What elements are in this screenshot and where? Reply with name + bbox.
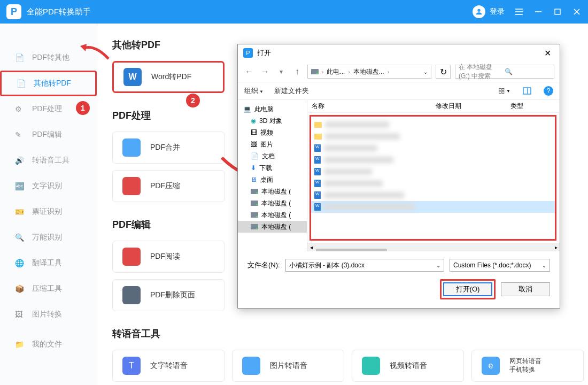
file-row[interactable]: [311, 119, 555, 130]
drive-icon: [251, 201, 258, 206]
tree-this-pc[interactable]: 💻此电脑: [238, 103, 307, 115]
tree-drive-3[interactable]: 本地磁盘 (: [238, 209, 307, 221]
login-label: 登录: [490, 7, 505, 17]
file-row[interactable]: [311, 130, 555, 142]
horizontal-scrollbar[interactable]: ◂▸: [307, 243, 560, 251]
card-pdf-compress[interactable]: PDF压缩: [112, 170, 225, 202]
3d-icon: ◉: [251, 117, 256, 125]
dialog-close-button[interactable]: ✕: [541, 48, 554, 58]
folder-icon: [314, 134, 322, 140]
refresh-button[interactable]: ↻: [436, 65, 451, 79]
filename-input[interactable]: 小橘灯示例 - 副本 (3).docx⌄: [285, 259, 444, 272]
nav-forward-button[interactable]: →: [259, 67, 271, 76]
annotation-badge-1: 1: [76, 101, 90, 115]
minimize-icon[interactable]: [533, 7, 543, 17]
text-icon: 🔤: [15, 182, 26, 190]
sidebar-item-other-to-pdf[interactable]: 📄其他转PDF: [0, 71, 97, 96]
word-doc-icon: [314, 168, 321, 175]
card-image-tts[interactable]: 图片转语音: [232, 350, 344, 382]
tree-drive-1[interactable]: 本地磁盘 (: [238, 186, 307, 197]
view-mode-button[interactable]: ▼: [499, 85, 510, 97]
picture-icon: 🖼: [251, 141, 257, 148]
sidebar-item-tts[interactable]: 🔊转语音工具: [0, 148, 97, 173]
tree-drive-2[interactable]: 本地磁盘 (: [238, 197, 307, 209]
tree-pictures[interactable]: 🖼图片: [238, 138, 307, 150]
filetype-filter[interactable]: Custom Files (*.doc;*.docx)⌄: [450, 259, 550, 272]
audio-icon: 🔊: [15, 156, 26, 165]
col-date[interactable]: 修改日期: [436, 102, 510, 111]
organize-button[interactable]: 组织▼: [244, 86, 264, 96]
svg-rect-13: [499, 91, 501, 94]
sidebar-item-compress[interactable]: 📦压缩工具: [0, 276, 97, 302]
nav-up-button[interactable]: ↑: [291, 67, 303, 76]
open-button-highlight: 打开(O): [440, 279, 496, 299]
scan-icon: 🔍: [15, 233, 26, 242]
help-button[interactable]: ?: [544, 86, 553, 96]
new-folder-button[interactable]: 新建文件夹: [274, 86, 309, 96]
file-list-body: [310, 115, 556, 241]
tree-videos[interactable]: 🎞视频: [238, 127, 307, 138]
file-row[interactable]: [311, 166, 555, 178]
pdf-icon: 📄: [15, 53, 26, 62]
sidebar: 📄PDF转其他 📄其他转PDF ⚙PDF处理 ✎PDF编辑 🔊转语音工具 🔤文字…: [0, 24, 97, 385]
sidebar-item-ocr[interactable]: 🔤文字识别: [0, 173, 97, 199]
path-breadcrumb[interactable]: › 此电... › 本地磁盘... › ⌄: [307, 65, 431, 79]
sidebar-item-image[interactable]: 🖼图片转换: [0, 302, 97, 327]
col-type[interactable]: 类型: [510, 102, 560, 111]
word-doc-icon: [314, 156, 321, 164]
file-row[interactable]: [311, 154, 555, 166]
card-text-tts[interactable]: T 文字转语音: [112, 350, 225, 382]
tree-documents[interactable]: 📄文档: [238, 150, 307, 162]
card-web-tts[interactable]: e 网页转语音 手机转换: [471, 350, 584, 382]
sidebar-item-ticket[interactable]: 🎫票证识别: [0, 199, 97, 225]
tree-desktop[interactable]: 🖥桌面: [238, 174, 307, 186]
open-button[interactable]: 打开(O): [443, 282, 492, 296]
preview-pane-button[interactable]: [521, 85, 533, 97]
desktop-icon: 🖥: [251, 176, 257, 183]
nav-back-button[interactable]: ←: [243, 67, 255, 76]
svg-point-0: [477, 9, 480, 12]
card-pdf-read[interactable]: PDF阅读: [112, 241, 225, 273]
card-pdf-merge[interactable]: PDF合并: [112, 132, 225, 164]
nav-recent-button[interactable]: ▾: [275, 68, 287, 75]
card-video-tts[interactable]: 视频转语音: [352, 350, 464, 382]
close-icon[interactable]: [572, 7, 582, 17]
web-tts-icon: e: [482, 357, 500, 375]
login-button[interactable]: 登录: [473, 5, 505, 18]
sidebar-item-myfiles[interactable]: 📁我的文件: [0, 332, 97, 357]
dialog-titlebar: P 打开 ✕: [238, 44, 560, 61]
svg-rect-12: [502, 88, 504, 90]
file-row-selected[interactable]: [311, 201, 555, 213]
section-title-4: 转语音工具: [112, 327, 588, 340]
sidebar-item-translate[interactable]: 🌐翻译工具: [0, 250, 97, 276]
card-word-to-pdf[interactable]: W Word转PDF: [112, 61, 225, 93]
path-dropdown-icon[interactable]: ⌄: [423, 69, 428, 75]
col-name[interactable]: 名称: [307, 102, 436, 111]
svg-rect-5: [555, 9, 560, 14]
pdf-icon: 📄: [17, 79, 27, 88]
card-pdf-delete-page[interactable]: PDF删除页面: [112, 279, 225, 311]
sidebar-item-universal[interactable]: 🔍万能识别: [0, 225, 97, 250]
annotation-badge-2: 2: [186, 94, 200, 107]
word-icon: W: [123, 68, 142, 86]
file-row[interactable]: [311, 142, 555, 154]
drive-icon: [251, 212, 258, 218]
file-row[interactable]: [311, 189, 555, 201]
svg-rect-11: [499, 88, 501, 90]
folder-tree: 💻此电脑 ◉3D 对象 🎞视频 🖼图片 📄文档 ⬇下载 🖥桌面 本地磁盘 ( 本…: [238, 100, 307, 251]
file-row[interactable]: [311, 178, 555, 189]
tree-3d[interactable]: ◉3D 对象: [238, 115, 307, 127]
svg-rect-15: [523, 88, 531, 94]
search-input[interactable]: 在 本地磁盘 (G:) 中搜索 🔍: [455, 65, 554, 79]
process-icon: ⚙: [15, 105, 26, 113]
sidebar-item-pdf-edit[interactable]: ✎PDF编辑: [0, 122, 97, 148]
tree-drive-4[interactable]: 本地磁盘 (: [238, 221, 307, 233]
cancel-button[interactable]: 取消: [501, 282, 550, 296]
video-tts-icon: [362, 357, 380, 375]
tree-downloads[interactable]: ⬇下载: [238, 162, 307, 174]
maximize-icon[interactable]: [553, 7, 562, 17]
file-list: 名称 修改日期 类型 ◂▸: [307, 100, 560, 251]
sidebar-item-pdf-to-other[interactable]: 📄PDF转其他: [0, 45, 97, 71]
menu-icon[interactable]: [514, 7, 524, 17]
search-icon: 🔍: [505, 68, 551, 75]
